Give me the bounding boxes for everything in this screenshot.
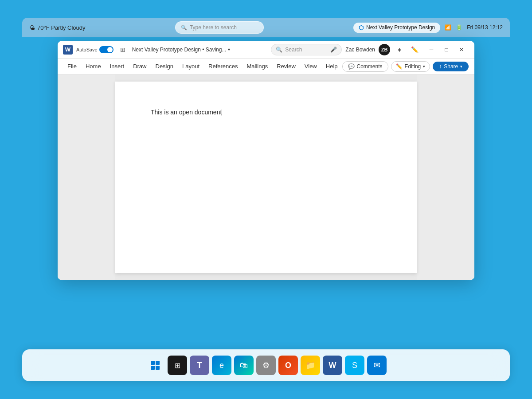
word-logo: W <box>63 45 73 55</box>
menu-help[interactable]: Help <box>321 59 342 74</box>
menu-design[interactable]: Design <box>151 59 178 74</box>
office-icon: O <box>285 361 291 370</box>
menu-right-actions: 💬 Comments ✏️ Editing ▾ ↑ Share ▾ 📌 <box>342 61 474 72</box>
menu-bar: File Home Insert Draw Design Layout Refe… <box>58 59 474 74</box>
weather-text: 70°F Partly Cloudy <box>37 24 86 31</box>
taskbar-settings-button[interactable]: ⚙ <box>256 356 276 375</box>
ms365-icon: ⬡ <box>359 24 364 31</box>
window-controls: ─ □ ✕ <box>424 43 469 56</box>
taskbar-store-button[interactable]: 🛍 <box>234 356 254 375</box>
edge-icon: e <box>219 361 224 370</box>
menu-insert[interactable]: Insert <box>106 59 129 74</box>
user-name: Zac Bowden <box>345 47 375 53</box>
comments-button[interactable]: 💬 Comments <box>342 61 388 72</box>
search-placeholder-text: Type here to search <box>190 24 237 31</box>
editing-label: Editing <box>405 63 421 70</box>
wifi-icon: 📶 <box>445 24 451 31</box>
user-avatar[interactable]: ZB <box>379 44 390 55</box>
diamond-icon-btn[interactable]: ♦ <box>394 44 405 55</box>
microphone-icon[interactable]: 🎤 <box>330 47 337 53</box>
menu-home[interactable]: Home <box>81 59 106 74</box>
close-button[interactable]: ✕ <box>454 43 469 56</box>
settings-icon: ⚙ <box>262 360 270 370</box>
store-icon: 🛍 <box>240 361 248 370</box>
title-search-box[interactable]: 🔍 Search 🎤 <box>271 44 342 55</box>
doc-sidebar-left <box>58 74 115 280</box>
menu-view[interactable]: View <box>300 59 321 74</box>
menu-file[interactable]: File <box>63 59 81 74</box>
taskbar-office-button[interactable]: O <box>278 356 298 375</box>
search-area: 🔍 Type here to search <box>90 21 349 34</box>
datetime-display: Fri 09/13 12:12 <box>467 24 503 31</box>
menu-review[interactable]: Review <box>272 59 300 74</box>
weather-icon: 🌤 <box>29 24 35 31</box>
minimize-button[interactable]: ─ <box>424 43 439 56</box>
autosave-toggle[interactable] <box>99 46 113 53</box>
doc-title-text: Next Valley Prototype Design • Saving... <box>132 47 227 53</box>
doc-sidebar-right <box>417 74 474 280</box>
mail-icon: ✉ <box>374 360 380 370</box>
editing-button[interactable]: ✏️ Editing ▾ <box>391 61 430 72</box>
widgets-icon: ⊞ <box>175 361 180 370</box>
menu-mailings[interactable]: Mailings <box>243 59 273 74</box>
taskbar-skype-button[interactable]: S <box>345 356 364 375</box>
title-search-placeholder: Search <box>285 47 302 53</box>
topbar-right: 📶 🔋 Fri 09/13 12:12 <box>445 24 503 31</box>
menu-references[interactable]: References <box>204 59 242 74</box>
comments-label: Comments <box>357 63 383 70</box>
topbar: 🌤 70°F Partly Cloudy 🔍 Type here to sear… <box>22 18 510 37</box>
battery-icon: 🔋 <box>456 24 462 31</box>
editing-pen-icon: ✏️ <box>396 63 403 70</box>
text-cursor <box>222 110 222 116</box>
user-initials: ZB <box>381 47 388 52</box>
taskbar-teams-button[interactable]: T <box>190 356 209 375</box>
taskbar-edge-button[interactable]: e <box>212 356 231 375</box>
menu-draw[interactable]: Draw <box>129 59 151 74</box>
taskbar-mail-button[interactable]: ✉ <box>367 356 387 375</box>
search-icon: 🔍 <box>181 25 187 31</box>
share-icon: ↑ <box>439 63 442 70</box>
explorer-icon: 📁 <box>305 360 315 370</box>
word-icon: W <box>329 361 336 370</box>
skype-icon: S <box>352 361 357 370</box>
editing-chevron: ▾ <box>423 64 425 69</box>
document-page[interactable]: This is an open document <box>115 82 417 273</box>
taskbar-explorer-button[interactable]: 📁 <box>301 356 320 375</box>
word-window: W AutoSave ⊞ Next Valley Prototype Desig… <box>58 41 474 280</box>
document-title: Next Valley Prototype Design • Saving...… <box>132 47 268 53</box>
desktop: 🌤 70°F Partly Cloudy 🔍 Type here to sear… <box>22 18 510 381</box>
windows-logo <box>151 361 160 370</box>
active-app-indicator[interactable]: ⬡ Next Valley Prototype Design <box>353 23 440 33</box>
document-content-text: This is an open document <box>151 109 222 116</box>
taskbar-search[interactable]: 🔍 Type here to search <box>175 21 264 34</box>
pin-icon-btn[interactable]: 📌 <box>471 61 474 72</box>
document-area: This is an open document <box>58 74 474 280</box>
active-app-label: Next Valley Prototype Design <box>366 24 435 31</box>
taskbar-widgets-button[interactable]: ⊞ <box>168 356 187 375</box>
autosave-label: AutoSave <box>76 47 98 52</box>
user-section: Zac Bowden ZB ♦ ✏️ <box>345 44 420 55</box>
taskbar-start-button[interactable] <box>145 356 165 375</box>
pen-icon-btn[interactable]: ✏️ <box>409 44 420 55</box>
maximize-button[interactable]: □ <box>439 43 454 56</box>
teams-icon: T <box>197 361 202 370</box>
menu-layout[interactable]: Layout <box>178 59 204 74</box>
title-bar: W AutoSave ⊞ Next Valley Prototype Desig… <box>58 41 474 59</box>
share-button[interactable]: ↑ Share ▾ <box>433 62 469 71</box>
share-chevron: ▾ <box>460 64 462 69</box>
share-label: Share <box>444 63 458 70</box>
taskbar: ⊞ T e 🛍 ⚙ O 📁 W S <box>22 349 510 381</box>
toolbar-extra-btn[interactable]: ⊞ <box>117 44 129 55</box>
taskbar-word-button[interactable]: W <box>323 356 342 375</box>
autosave-section: AutoSave <box>76 46 113 53</box>
title-chevron: ▾ <box>228 47 230 52</box>
title-search-icon: 🔍 <box>276 47 282 53</box>
comments-icon: 💬 <box>348 63 355 70</box>
weather-widget[interactable]: 🌤 70°F Partly Cloudy <box>29 24 86 31</box>
